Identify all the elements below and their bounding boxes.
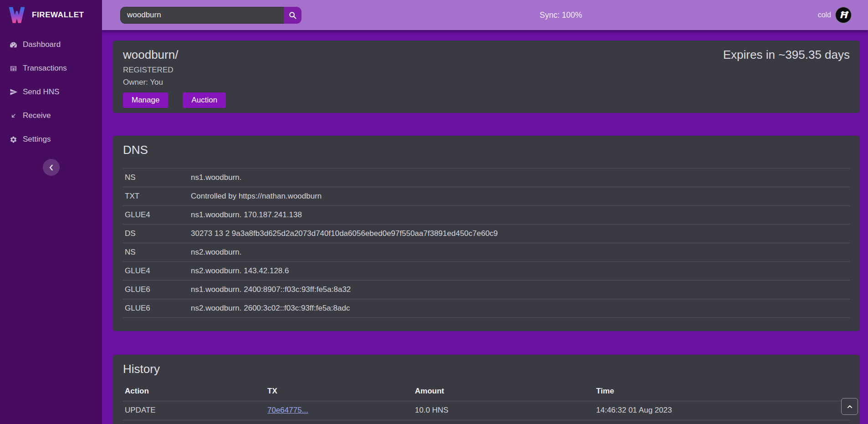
history-amount: 10.0 HNS	[413, 401, 594, 420]
sidebar-item-send-hns[interactable]: Send HNS	[0, 80, 102, 104]
dns-record-value: ns2.woodburn. 143.42.128.6	[189, 262, 850, 281]
sidebar-item-transactions[interactable]: Transactions	[0, 56, 102, 80]
content-column: Sync: 100% cold Ħ woodburn/ REGISTERED O…	[102, 0, 868, 424]
dns-record-row: GLUE6 ns2.woodburn. 2600:3c02::f03c:93ff…	[123, 299, 850, 318]
sync-status: Sync: 100%	[540, 0, 582, 30]
sidebar-item-label: Receive	[23, 111, 51, 120]
dns-record-type: GLUE4	[123, 206, 189, 225]
history-card: History Action TX Amount Time UPDATE	[113, 355, 860, 424]
history-col-time: Time	[594, 382, 850, 401]
history-col-amount: Amount	[413, 382, 594, 401]
sidebar-item-label: Settings	[23, 135, 51, 144]
sidebar-item-settings[interactable]: Settings	[0, 128, 102, 151]
dns-record-type: GLUE4	[123, 262, 189, 281]
wallet-name: cold	[818, 11, 831, 19]
history-time: 14:46:32 01 Aug 2023	[594, 401, 850, 420]
dns-record-type: DS	[123, 225, 189, 243]
dns-record-row: GLUE4 ns1.woodburn. 170.187.241.138	[123, 206, 850, 225]
handshake-wallet-icon[interactable]: Ħ	[835, 7, 852, 23]
history-col-tx: TX	[266, 382, 413, 401]
dns-record-value: 30273 13 2 9a3a8fb3d625d2a2073d740f10da6…	[189, 225, 850, 243]
dns-record-value: ns1.woodburn.	[189, 169, 850, 187]
history-amount: 10.0 HNS	[413, 420, 594, 424]
dns-record-type: NS	[123, 169, 189, 187]
chevron-left-icon	[46, 163, 56, 173]
wallet-selector: cold Ħ	[818, 7, 868, 23]
dns-record-type: TXT	[123, 187, 189, 206]
domain-expires: Expires in ~395.35 days	[723, 48, 850, 62]
main-content: woodburn/ REGISTERED Owner: You Manage A…	[102, 30, 868, 424]
sidebar-item-label: Transactions	[23, 64, 67, 73]
history-table: Action TX Amount Time UPDATE 70e64775...…	[123, 382, 850, 424]
dns-record-value: ns2.woodburn.	[189, 243, 850, 262]
domain-card: woodburn/ REGISTERED Owner: You Manage A…	[113, 41, 860, 113]
history-time: 15:47:36 27 Jul 2023	[594, 420, 850, 424]
dns-record-value: ns1.woodburn. 2400:8907::f03c:93ff:fe5a:…	[189, 281, 850, 299]
sidebar-item-label: Send HNS	[23, 87, 59, 97]
domain-actions: Manage Auction	[123, 92, 850, 108]
dns-title: DNS	[123, 143, 850, 157]
search-icon	[288, 11, 297, 20]
auction-button[interactable]: Auction	[183, 92, 226, 108]
history-col-action: Action	[123, 382, 266, 401]
send-plane-icon	[9, 88, 18, 96]
dns-record-value: ns1.woodburn. 170.187.241.138	[189, 206, 850, 225]
history-action: UPDATE	[123, 401, 266, 420]
dns-record-value: Controlled by https://nathan.woodburn	[189, 187, 850, 206]
search-input[interactable]	[120, 7, 284, 24]
sidebar-collapse-button[interactable]	[43, 159, 60, 176]
dns-record-row: NS ns1.woodburn.	[123, 169, 850, 187]
scroll-to-top-button[interactable]	[841, 398, 858, 415]
dns-record-type: GLUE6	[123, 281, 189, 299]
dns-record-type: NS	[123, 243, 189, 262]
dns-records-table: NS ns1.woodburn. TXT Controlled by https…	[123, 168, 850, 318]
dns-record-row: NS ns2.woodburn.	[123, 243, 850, 262]
manage-button[interactable]: Manage	[123, 92, 168, 108]
chevron-up-icon	[847, 404, 853, 410]
domain-owner: Owner: You	[123, 78, 850, 87]
search-box	[120, 7, 301, 24]
settings-gear-icon	[9, 136, 18, 143]
receive-arrow-icon	[9, 112, 18, 120]
dns-record-row: GLUE6 ns1.woodburn. 2400:8907::f03c:93ff…	[123, 281, 850, 299]
dns-card: DNS NS ns1.woodburn. TXT Controlled by h…	[113, 136, 860, 331]
history-row: RENEW d7b64c75... 10.0 HNS 15:47:36 27 J…	[123, 420, 850, 424]
history-header-row: Action TX Amount Time	[123, 382, 850, 401]
sidebar-item-receive[interactable]: Receive	[0, 104, 102, 128]
history-row: UPDATE 70e64775... 10.0 HNS 14:46:32 01 …	[123, 401, 850, 420]
dns-record-row: TXT Controlled by https://nathan.woodbur…	[123, 187, 850, 206]
dns-record-row: DS 30273 13 2 9a3a8fb3d625d2a2073d740f10…	[123, 225, 850, 243]
sidebar: FIREWALLET Dashboard Transactions Send H…	[0, 0, 102, 424]
topbar: Sync: 100% cold Ħ	[102, 0, 868, 30]
sidebar-nav: Dashboard Transactions Send HNS Receive	[0, 33, 102, 151]
history-title: History	[123, 362, 850, 376]
dns-record-value: ns2.woodburn. 2600:3c02::f03c:93ff:fe5a:…	[189, 299, 850, 318]
sidebar-item-dashboard[interactable]: Dashboard	[0, 33, 102, 56]
sidebar-item-label: Dashboard	[23, 40, 61, 49]
tx-link[interactable]: 70e64775...	[267, 406, 308, 414]
firewallet-logo-icon	[7, 6, 26, 24]
dns-record-row: GLUE4 ns2.woodburn. 143.42.128.6	[123, 262, 850, 281]
brand-name: FIREWALLET	[32, 10, 84, 20]
history-action: RENEW	[123, 420, 266, 424]
brand: FIREWALLET	[0, 0, 102, 30]
dns-record-type: GLUE6	[123, 299, 189, 318]
transactions-table-icon	[9, 65, 18, 72]
app-window: FIREWALLET Dashboard Transactions Send H…	[0, 0, 868, 424]
search-button[interactable]	[284, 7, 301, 24]
domain-status: REGISTERED	[123, 66, 850, 75]
dashboard-gauge-icon	[9, 41, 18, 49]
